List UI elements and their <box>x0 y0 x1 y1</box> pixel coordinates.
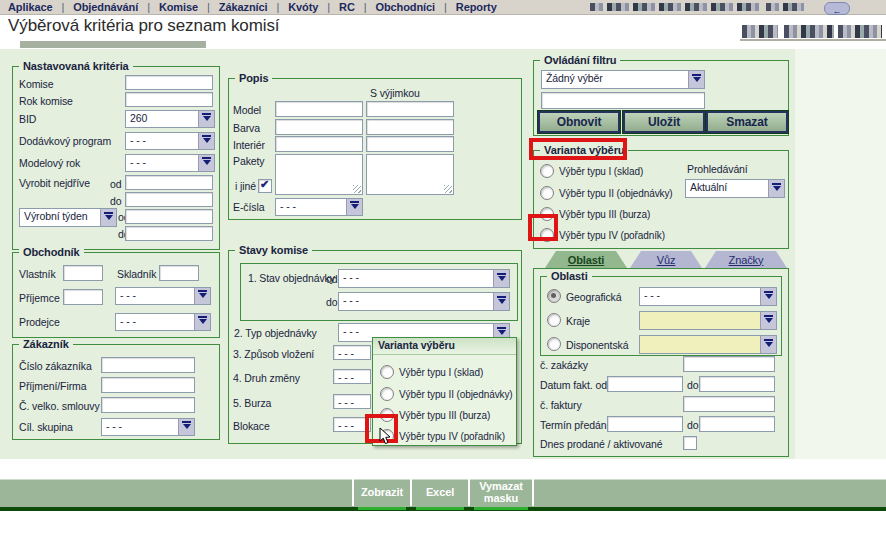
dropdown-arrow-icon[interactable] <box>178 419 194 435</box>
vlastnik-input[interactable] <box>63 265 103 281</box>
c-zakazky-input[interactable] <box>683 356 775 372</box>
popup-radio-typ2[interactable] <box>380 387 394 401</box>
radio-typ1[interactable] <box>540 164 554 178</box>
i-jine-checkbox[interactable] <box>258 179 272 193</box>
prijemce-input[interactable] <box>63 289 103 305</box>
dropdown-arrow-icon[interactable] <box>493 270 509 287</box>
stav-do-select[interactable]: - - - <box>338 292 510 311</box>
prijmeni-firma-input[interactable] <box>101 377 195 393</box>
menu-item-komise[interactable]: Komise <box>159 1 198 13</box>
dropdown-arrow-icon[interactable] <box>688 71 704 88</box>
smazat-button[interactable]: Smazat <box>706 111 788 133</box>
barva-vyjimka-input[interactable] <box>366 119 454 135</box>
dropdown-arrow-icon[interactable] <box>760 288 776 305</box>
komise-input[interactable] <box>125 75 213 90</box>
ulozit-button[interactable]: Uložit <box>623 111 705 133</box>
dropdown-arrow-icon[interactable] <box>768 180 784 197</box>
menu-separator: | <box>147 1 150 13</box>
cil-skupina-select[interactable]: - - - <box>101 418 195 436</box>
vyrobit-od-input[interactable] <box>125 175 213 190</box>
vyrobni-tyden-select[interactable]: Výrobní týden <box>19 208 117 227</box>
model-input[interactable] <box>275 101 363 117</box>
cislo-zakaznika-input[interactable] <box>101 357 195 373</box>
zobrazit-button[interactable]: Zobrazit <box>354 479 410 506</box>
dropdown-arrow-icon[interactable] <box>194 314 210 330</box>
dropdown-arrow-icon[interactable] <box>493 293 509 310</box>
radio-kraje[interactable] <box>547 313 561 327</box>
highlight-box-varianta-legend <box>529 138 627 160</box>
disponentska-select[interactable] <box>639 335 777 354</box>
datum-fakt-do-input[interactable] <box>699 376 775 392</box>
s-vyjimkou-label: S výjimkou <box>370 87 420 99</box>
burza-field[interactable]: - - - <box>333 394 371 409</box>
kraje-select[interactable] <box>639 311 777 330</box>
obnovit-button[interactable]: Obnovit <box>538 111 620 133</box>
title-underline-bar <box>20 41 206 48</box>
menu-item-kvoty[interactable]: Kvóty <box>288 1 318 13</box>
vymazat-masku-button[interactable]: Vymazat masku <box>470 479 532 506</box>
dropdown-arrow-icon[interactable] <box>194 288 210 304</box>
datum-fakt-od-input[interactable] <box>607 376 683 392</box>
menu-item-reporty[interactable]: Reporty <box>456 1 497 13</box>
interier-input[interactable] <box>275 136 363 152</box>
vyrobit-nejdrive-label: Vyrobit nejdříve <box>19 177 90 189</box>
typ-objednavky-label: 2. Typ objednávky <box>234 327 317 339</box>
tab-oblasti[interactable]: Oblasti <box>545 251 627 268</box>
dropdown-arrow-icon[interactable] <box>198 155 214 171</box>
tab-vuz[interactable]: Vůz <box>630 251 702 268</box>
interier-vyjimka-input[interactable] <box>366 136 454 152</box>
tyden-do-input[interactable] <box>125 226 213 241</box>
skladnik-input[interactable] <box>159 265 199 281</box>
termin-predani-label: Termín předání <box>540 419 609 431</box>
termin-predani-do-input[interactable] <box>699 416 775 432</box>
dropdown-arrow-icon[interactable] <box>760 312 776 329</box>
back-button[interactable] <box>824 2 850 15</box>
radio-disponentska[interactable] <box>547 337 561 351</box>
vyrobit-do-input[interactable] <box>125 192 213 207</box>
pakety-textarea[interactable] <box>275 154 363 195</box>
radio-typ2[interactable] <box>540 186 554 200</box>
bid-select[interactable]: 260 <box>125 110 215 128</box>
model-vyjimka-input[interactable] <box>366 101 454 117</box>
druh-zmeny-field[interactable]: - - - <box>333 369 371 384</box>
pakety-vyjimka-textarea[interactable] <box>366 154 454 195</box>
dodavkovy-program-select[interactable]: - - - <box>125 132 215 150</box>
prohledavani-select[interactable]: Aktuální <box>685 179 785 198</box>
rok-komise-input[interactable] <box>125 92 213 107</box>
excel-button[interactable]: Excel <box>412 479 468 506</box>
menu-item-objednavani[interactable]: Objednávání <box>73 1 138 13</box>
prijemce-select[interactable]: - - - <box>115 287 211 305</box>
zpusob-vlozeni-field[interactable]: - - - <box>333 345 371 360</box>
redacted-text <box>742 25 778 38</box>
stav-od-select[interactable]: - - - <box>338 269 510 288</box>
c-faktury-input[interactable] <box>683 396 775 412</box>
prodejce-select[interactable]: - - - <box>115 313 211 331</box>
modelovy-rok-select[interactable]: - - - <box>125 154 215 172</box>
tab-znacky[interactable]: Značky <box>705 251 787 268</box>
popup-radio-typ1[interactable] <box>380 365 394 379</box>
menu-item-rc[interactable]: RC <box>339 1 355 13</box>
velko-smlouvy-input[interactable] <box>101 397 195 413</box>
menu-item-obchodnici[interactable]: Obchodníci <box>376 1 436 13</box>
dnes-prodane-checkbox[interactable] <box>683 436 697 450</box>
barva-input[interactable] <box>275 119 363 135</box>
dropdown-arrow-icon[interactable] <box>346 199 362 215</box>
tyden-od-input[interactable] <box>125 209 213 224</box>
dropdown-arrow-icon[interactable] <box>760 336 776 353</box>
panel-nastavovana-kriteria: Nastavovaná kritéria Komise Rok komise B… <box>12 66 220 250</box>
filtr-nazev-input[interactable] <box>541 92 705 109</box>
e-cisla-select[interactable]: - - - <box>275 198 363 216</box>
geograficka-select[interactable]: - - - <box>639 287 777 306</box>
dropdown-arrow-icon[interactable] <box>100 209 116 226</box>
velko-smlouvy-label: Č. velko. smlouvy <box>19 400 100 412</box>
termin-predani-od-input[interactable] <box>607 416 683 432</box>
radio-geograficka[interactable] <box>547 289 561 303</box>
dropdown-arrow-icon[interactable] <box>198 111 214 127</box>
filtr-select[interactable]: Žádný výběr <box>541 70 705 89</box>
menu-item-zakaznici[interactable]: Zákazníci <box>219 1 268 13</box>
menu-item-aplikace[interactable]: Aplikace <box>8 1 52 13</box>
do-label: do <box>687 379 698 391</box>
i-jine-label: i jiné <box>235 180 256 192</box>
dropdown-arrow-icon[interactable] <box>198 133 214 149</box>
kraje-label: Kraje <box>566 315 590 327</box>
